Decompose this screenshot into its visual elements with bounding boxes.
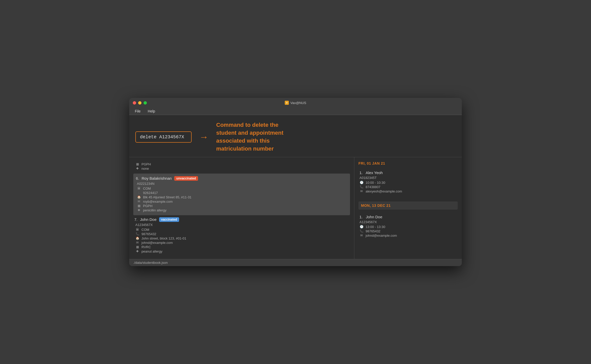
command-description-line2: student and appointment bbox=[216, 130, 283, 136]
student-6-faculty-text: COM bbox=[143, 187, 151, 190]
traffic-lights bbox=[133, 101, 147, 105]
arrow-container: → bbox=[199, 132, 209, 142]
student-6-allergy: ✚ penicillin allergy bbox=[136, 208, 347, 212]
student-7-phone-text: 98765432 bbox=[141, 232, 156, 236]
appt-1-0-name-text: John Doe bbox=[366, 215, 382, 219]
student-6-address-text: Blk 45 Aljunied Street 85, #11-31 bbox=[143, 195, 191, 199]
date-header-0: FRI, 01 JAN 21 bbox=[358, 161, 458, 165]
main-content: ▦ PGPH ✚ none 6. Roy Balakrishnan unvacc… bbox=[129, 157, 462, 259]
appt-1-0-email-text: johnd@example.com bbox=[366, 234, 397, 237]
prev-hall-text: PGPH bbox=[141, 162, 151, 166]
phone-icon-7: 📞 bbox=[135, 232, 139, 236]
appt-0-0-time-text: 10:00 - 10:30 bbox=[366, 181, 385, 185]
student-item-7[interactable]: 7. John Doe vaccinated A1234567X 🏛 COM 📞… bbox=[133, 215, 350, 256]
app-icon: V bbox=[285, 101, 289, 105]
appt-1-0-id: A1234567X bbox=[359, 220, 457, 224]
student-6-header: 6. Roy Balakrishnan unvaccinated bbox=[136, 176, 347, 181]
student-7-name: John Doe bbox=[140, 217, 157, 222]
student-7-hall-text: RVRC bbox=[141, 245, 151, 249]
student-6-phone: 📞 92624417 bbox=[136, 191, 347, 195]
student-6-number: 6. bbox=[136, 176, 139, 180]
student-item-6[interactable]: 6. Roy Balakrishnan unvaccinated A022123… bbox=[133, 174, 350, 215]
appt-1-0-time-text: 13:00 - 13:30 bbox=[366, 225, 385, 229]
student-7-faculty-text: COM bbox=[141, 228, 149, 232]
student-7-badge: vaccinated bbox=[159, 217, 179, 222]
clock-icon-0-0: 🕐 bbox=[359, 181, 364, 184]
student-7-hall: ▦ RVRC bbox=[134, 245, 349, 249]
arrow-right-icon: → bbox=[199, 132, 209, 142]
hall-icon-7: ▦ bbox=[135, 245, 139, 249]
appt-1-0-phone: 📞 98765432 bbox=[359, 229, 457, 233]
window-title: V Vax@NUS bbox=[285, 101, 306, 105]
email-icon-appt-1-0: ✉ bbox=[359, 234, 364, 237]
appointment-1-0: 1. John Doe A1234567X 🕐 13:00 - 13:30 📞 … bbox=[358, 212, 458, 241]
prev-allergy-detail: ✚ none bbox=[134, 167, 349, 170]
prev-hall-detail: ▦ PGPH bbox=[134, 162, 349, 166]
student-6-hall-text: PGPH bbox=[143, 204, 152, 208]
command-input[interactable]: delete A1234567X bbox=[135, 131, 192, 143]
menu-bar: File Help bbox=[129, 108, 462, 115]
student-7-email-text: johnd@example.com bbox=[141, 241, 173, 245]
command-description-line1: Command to delete the bbox=[216, 122, 278, 128]
appt-0-0-number: 1. bbox=[359, 170, 363, 175]
hall-icon-6: ▦ bbox=[137, 204, 141, 208]
command-description-line4: matriculation number bbox=[216, 145, 274, 152]
student-7-allergy-text: peanut allergy bbox=[141, 249, 162, 253]
phone-icon-appt-0-0: 📞 bbox=[359, 185, 364, 189]
command-area: delete A1234567X → Command to delete the… bbox=[129, 115, 462, 157]
student-6-id: A0221234N bbox=[136, 182, 347, 186]
maximize-button[interactable] bbox=[144, 101, 147, 105]
allergy-icon-7: ✚ bbox=[135, 249, 139, 253]
clock-icon-1-0: 🕐 bbox=[359, 225, 364, 229]
left-panel[interactable]: ▦ PGPH ✚ none 6. Roy Balakrishnan unvacc… bbox=[129, 157, 354, 259]
student-6-badge: unvaccinated bbox=[174, 176, 198, 181]
close-button[interactable] bbox=[133, 101, 136, 105]
student-6-name: Roy Balakrishnan bbox=[142, 176, 172, 180]
menu-file[interactable]: File bbox=[133, 109, 142, 114]
faculty-icon-6: 🏛 bbox=[137, 187, 141, 190]
menu-help[interactable]: Help bbox=[146, 109, 157, 114]
date-header-wrapper-1: MON, 13 DEC 21 bbox=[358, 201, 458, 210]
email-icon-7: ✉ bbox=[135, 241, 139, 244]
appt-1-0-number: 1. bbox=[359, 215, 363, 219]
student-6-email: ✉ royb@example.com bbox=[136, 200, 347, 203]
student-7-address-text: John street, block 123, #01-01 bbox=[141, 236, 186, 240]
student-6-address: 🏠 Blk 45 Aljunied Street 85, #11-31 bbox=[136, 195, 347, 199]
prev-allergy-text: none bbox=[141, 167, 149, 170]
student-6-faculty: 🏛 COM bbox=[136, 187, 347, 190]
appt-1-0-name: 1. John Doe bbox=[359, 215, 457, 219]
appt-0-0-id: A0182345T bbox=[359, 176, 457, 180]
date-header-1: MON, 13 DEC 21 bbox=[361, 203, 455, 208]
faculty-icon-7: 🏛 bbox=[135, 228, 139, 231]
student-6-email-text: royb@example.com bbox=[143, 200, 173, 203]
student-6-hall: ▦ PGPH bbox=[136, 204, 347, 208]
student-7-header: 7. John Doe vaccinated bbox=[134, 217, 349, 222]
student-6-phone-text: 92624417 bbox=[143, 191, 158, 195]
appt-1-0-email: ✉ johnd@example.com bbox=[359, 234, 457, 237]
student-7-allergy: ✚ peanut allergy bbox=[134, 249, 349, 253]
right-panel: FRI, 01 JAN 21 1. Alex Yeoh A0182345T 🕐 … bbox=[354, 157, 462, 259]
appt-0-0-phone-text: 87438807 bbox=[366, 185, 380, 189]
appointment-section-1: MON, 13 DEC 21 1. John Doe A1234567X 🕐 1… bbox=[358, 201, 458, 241]
status-text: ./data/studentbook.json bbox=[133, 261, 168, 265]
appt-0-0-email-text: alexyeoh@example.com bbox=[366, 189, 402, 193]
app-window: V Vax@NUS File Help delete A1234567X → C… bbox=[129, 98, 462, 266]
minimize-button[interactable] bbox=[138, 101, 141, 105]
status-bar: ./data/studentbook.json bbox=[129, 259, 462, 266]
appt-0-0-name: 1. Alex Yeoh bbox=[359, 170, 457, 175]
appt-1-0-time: 🕐 13:00 - 13:30 bbox=[359, 225, 457, 229]
window-title-text: Vax@NUS bbox=[290, 101, 306, 105]
building-icon: ▦ bbox=[135, 162, 139, 166]
command-description-line3: associated with this bbox=[216, 138, 270, 144]
medical-icon-prev: ✚ bbox=[135, 167, 139, 170]
student-7-email: ✉ johnd@example.com bbox=[134, 241, 349, 245]
student-7-faculty: 🏛 COM bbox=[134, 228, 349, 232]
student-7-number: 7. bbox=[134, 217, 138, 222]
prev-student-partial: ▦ PGPH ✚ none bbox=[133, 160, 350, 173]
home-icon-6: 🏠 bbox=[137, 195, 141, 199]
appt-1-0-phone-text: 98765432 bbox=[366, 229, 380, 233]
appt-0-0-phone: 📞 87438807 bbox=[359, 185, 457, 189]
allergy-icon-6: ✚ bbox=[137, 208, 141, 212]
phone-icon-appt-1-0: 📞 bbox=[359, 229, 364, 233]
title-bar: V Vax@NUS bbox=[129, 98, 462, 108]
